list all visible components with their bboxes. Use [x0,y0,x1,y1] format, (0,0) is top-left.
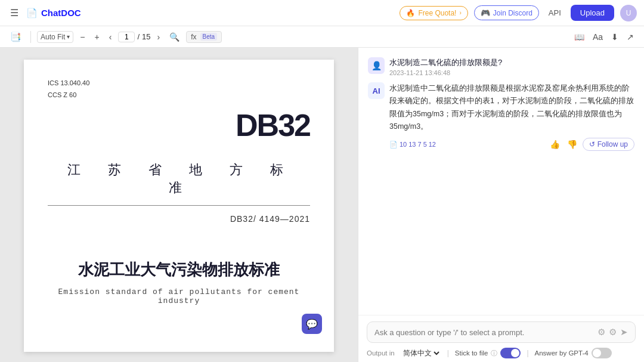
page-total: 15 [142,32,150,41]
navbar: ☰ 📄 ChatDOC 🔥 Free Quota! › 🎮 Join Disco… [0,0,644,26]
question-time: 2023-11-21 13:46:48 [389,69,502,76]
follow-up-icon: ↺ [589,140,595,148]
main-layout: ICS 13.040.40 CCS Z 60 DB32 江 苏 省 地 方 标 … [0,48,644,362]
answer-action-icons: 👍 👎 ↺ Follow up [548,138,634,151]
page-separator: / [137,32,140,41]
user-icon: 👤 [371,61,382,70]
nav-right: 🔥 Free Quota! › 🎮 Join Discord API Uploa… [400,5,637,21]
pdf-divider [48,205,310,206]
toolbar-divider [30,31,31,43]
stick-to-file-toggle[interactable] [500,348,521,358]
question-text: 水泥制造二氧化硫的排放限额是? [389,57,502,68]
book-icon-button[interactable]: 📖 [571,30,587,44]
answer-by-toggle-container: Answer by GPT-4 [535,348,612,358]
stick-to-file-toggle-container: Stick to file ⓘ [455,348,521,358]
page-ref-5[interactable]: 5 [423,141,427,148]
output-label: Output in [367,349,395,357]
thumbs-down-button[interactable]: 👎 [565,138,579,150]
chat-messages: 👤 水泥制造二氧化硫的排放限额是? 2023-11-21 13:46:48 AI… [358,48,644,315]
question-avatar: 👤 [368,57,385,74]
api-button[interactable]: API [545,6,565,20]
thumbs-up-button[interactable]: 👍 [548,138,562,150]
zoom-in-button[interactable]: + [92,30,103,44]
pdf-logo: DB32 [48,107,310,143]
user-avatar[interactable]: U [620,5,637,21]
toolbar-right-icons: 📖 Aa ⬇ ↗ [571,30,637,44]
answer-actions: 📄 10 13 7 5 12 👍 👎 ↺ Follo [389,138,634,151]
send-button[interactable]: ➤ [620,327,628,338]
pdf-meta: ICS 13.040.40 CCS Z 60 [48,78,310,101]
search-button[interactable]: 🔍 [166,30,182,44]
answer-by-label: Answer by GPT-4 [535,349,589,357]
beta-badge: Beta [200,33,218,41]
zoom-label: Auto Fit [41,33,65,41]
page-ref-7[interactable]: 7 [418,141,422,148]
toggle-knob-off [593,349,601,357]
chevron-right-icon: › [459,10,461,16]
formula-button[interactable]: fx Beta [186,31,222,43]
page-number-input[interactable] [118,32,135,42]
pdf-ccs: CCS Z 60 [48,89,310,101]
share-icon-button[interactable]: ↗ [624,30,637,44]
info-icon[interactable]: ⓘ [491,349,497,358]
question-content: 水泥制造二氧化硫的排放限额是? 2023-11-21 13:46:48 [389,57,502,76]
answer-by-toggle[interactable] [592,348,612,358]
settings-icon-button[interactable]: ⚙ [597,327,605,338]
prev-page-button[interactable]: ‹ [106,30,115,44]
free-quota-button[interactable]: 🔥 Free Quota! › [400,6,467,20]
fire-icon: 🔥 [406,9,415,17]
document-list-button[interactable]: 📑 [7,29,24,45]
pdf-doc-number: DB32/ 4149—2021 [48,214,310,224]
app-logo: 📄 ChatDOC [26,8,81,18]
footer-separator1: | [447,349,449,357]
chat-bubble-icon: 💬 [306,318,318,330]
chat-input[interactable] [374,328,593,337]
chat-input-box: ⚙ ⚙ ➤ [367,321,636,343]
chat-panel: 👤 水泥制造二氧化硫的排放限额是? 2023-11-21 13:46:48 AI… [358,48,644,362]
discord-button[interactable]: 🎮 Join Discord [474,5,539,20]
nav-left: ☰ 📄 ChatDOC [7,5,81,21]
page-ref-12[interactable]: 12 [429,141,436,148]
chat-question: 👤 水泥制造二氧化硫的排放限额是? 2023-11-21 13:46:48 [368,57,634,76]
fx-label: fx [191,33,196,41]
download-icon-button[interactable]: ⬇ [608,30,621,44]
pdf-title-main: 水泥工业大气污染物排放标准 [48,259,310,280]
font-icon-button[interactable]: Aa [590,30,606,44]
toggle-knob [511,349,519,357]
chat-input-area: ⚙ ⚙ ➤ Output in 简体中文 | Stick to file ⓘ [358,315,644,362]
pdf-ics: ICS 13.040.40 [48,78,310,89]
stick-to-file-label: Stick to file [455,349,488,357]
pdf-title-en: Emission standard of air pollutants for … [48,287,310,305]
answer-content: 水泥制造中二氧化硫的排放限额是根据水泥窑及窑尾余热利用系统的阶段来确定的。根据文… [389,82,634,151]
ai-avatar: AI [368,82,385,99]
language-select[interactable]: 简体中文 [401,349,441,357]
discord-icon: 🎮 [481,8,490,17]
toolbar: 📑 Auto Fit ▾ − + ‹ / 15 › 🔍 fx Beta 📖 Aa… [0,26,644,48]
zoom-out-button[interactable]: − [77,30,88,44]
pdf-chat-fab[interactable]: 💬 [302,314,322,334]
options-icon-button[interactable]: ⚙ [609,327,617,338]
upload-button[interactable]: Upload [571,5,614,21]
chevron-down-icon: ▾ [67,33,70,40]
footer-separator2: | [527,349,528,357]
page-references: 📄 10 13 7 5 12 [389,141,436,148]
page-ref-10[interactable]: 10 [400,141,407,148]
page-ref-13[interactable]: 13 [408,141,416,148]
ai-icon: AI [373,86,380,95]
pages-icon: 📄 [389,141,398,148]
page-navigation: / 15 [118,32,150,42]
chat-answer: AI 水泥制造中二氧化硫的排放限额是根据水泥窑及窑尾余热利用系统的阶段来确定的。… [368,82,634,151]
chat-footer: Output in 简体中文 | Stick to file ⓘ | Answe… [367,348,636,358]
pdf-page: ICS 13.040.40 CCS Z 60 DB32 江 苏 省 地 方 标 … [24,60,334,352]
answer-text: 水泥制造中二氧化硫的排放限额是根据水泥窑及窑尾余热利用系统的阶段来确定的。根据文… [389,82,634,133]
pdf-panel: ICS 13.040.40 CCS Z 60 DB32 江 苏 省 地 方 标 … [0,48,358,362]
follow-up-button[interactable]: ↺ Follow up [583,138,634,151]
app-name: ChatDOC [41,8,81,18]
sidebar-toggle-button[interactable]: ☰ [7,5,21,21]
follow-up-label: Follow up [597,140,628,148]
zoom-select[interactable]: Auto Fit ▾ [37,31,73,43]
next-page-button[interactable]: › [154,30,163,44]
pdf-title-cn: 江 苏 省 地 方 标 准 [48,161,310,197]
chat-input-icons: ⚙ ⚙ ➤ [597,327,628,338]
